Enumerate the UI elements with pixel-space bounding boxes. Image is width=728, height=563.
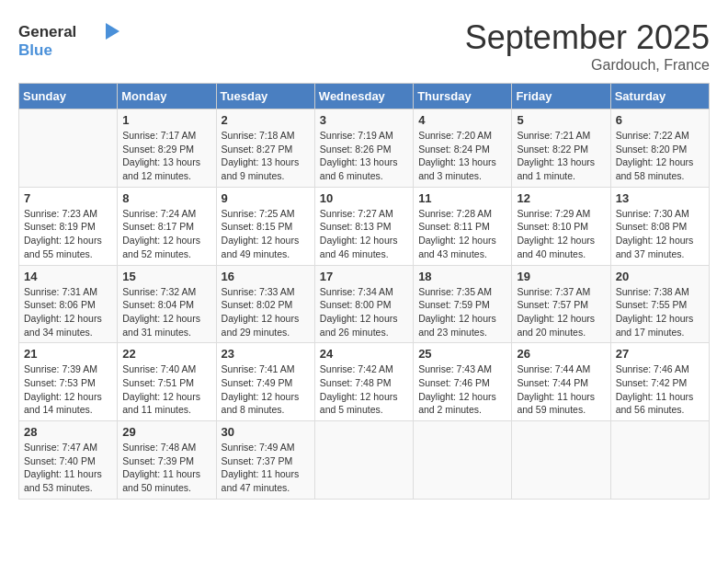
- table-row: 8 Sunrise: 7:24 AMSunset: 8:17 PMDayligh…: [118, 187, 216, 265]
- day-number: 29: [122, 425, 210, 439]
- table-row: [314, 421, 413, 500]
- day-number: 16: [222, 270, 310, 283]
- day-number: 5: [517, 113, 605, 127]
- calendar-week-row: 7 Sunrise: 7:23 AMSunset: 8:19 PMDayligh…: [19, 187, 710, 265]
- table-row: 12 Sunrise: 7:29 AMSunset: 8:10 PMDaylig…: [512, 187, 610, 265]
- calendar-table: Sunday Monday Tuesday Wednesday Thursday…: [18, 83, 710, 500]
- table-row: 19 Sunrise: 7:37 AMSunset: 7:57 PMDaylig…: [512, 265, 610, 343]
- day-info: Sunrise: 7:44 AMSunset: 7:44 PMDaylight:…: [517, 362, 605, 417]
- day-number: 2: [222, 113, 310, 127]
- table-row: 17 Sunrise: 7:34 AMSunset: 8:00 PMDaylig…: [314, 265, 413, 343]
- day-number: 14: [24, 270, 112, 283]
- day-info: Sunrise: 7:49 AMSunset: 7:37 PMDaylight:…: [222, 441, 310, 495]
- day-info: Sunrise: 7:19 AMSunset: 8:26 PMDaylight:…: [320, 129, 408, 183]
- day-number: 30: [222, 425, 310, 439]
- day-info: Sunrise: 7:38 AMSunset: 7:55 PMDaylight:…: [616, 285, 704, 339]
- day-number: 27: [616, 347, 704, 361]
- day-info: Sunrise: 7:43 AMSunset: 7:46 PMDaylight:…: [418, 362, 506, 417]
- col-wednesday: Wednesday: [314, 84, 413, 109]
- table-row: 11 Sunrise: 7:28 AMSunset: 8:11 PMDaylig…: [414, 187, 512, 265]
- logo-svg: General Blue: [18, 18, 119, 60]
- table-row: 6 Sunrise: 7:22 AMSunset: 8:20 PMDayligh…: [610, 109, 709, 188]
- day-number: 13: [616, 191, 704, 205]
- col-monday: Monday: [118, 84, 216, 109]
- table-row: 23 Sunrise: 7:41 AMSunset: 7:49 PMDaylig…: [216, 343, 314, 421]
- day-info: Sunrise: 7:41 AMSunset: 7:49 PMDaylight:…: [222, 362, 310, 417]
- table-row: 18 Sunrise: 7:35 AMSunset: 7:59 PMDaylig…: [414, 265, 512, 343]
- day-number: 7: [24, 191, 112, 205]
- table-row: 15 Sunrise: 7:32 AMSunset: 8:04 PMDaylig…: [118, 265, 216, 343]
- table-row: 26 Sunrise: 7:44 AMSunset: 7:44 PMDaylig…: [512, 343, 610, 421]
- table-row: 14 Sunrise: 7:31 AMSunset: 8:06 PMDaylig…: [19, 265, 118, 343]
- table-row: [512, 421, 610, 500]
- table-row: 28 Sunrise: 7:47 AMSunset: 7:40 PMDaylig…: [19, 421, 118, 500]
- day-info: Sunrise: 7:17 AMSunset: 8:29 PMDaylight:…: [122, 129, 210, 183]
- day-info: Sunrise: 7:18 AMSunset: 8:27 PMDaylight:…: [222, 129, 310, 183]
- day-info: Sunrise: 7:47 AMSunset: 7:40 PMDaylight:…: [24, 441, 112, 495]
- table-row: [610, 421, 709, 500]
- day-info: Sunrise: 7:25 AMSunset: 8:15 PMDaylight:…: [222, 207, 310, 261]
- day-number: 11: [418, 191, 506, 205]
- table-row: 27 Sunrise: 7:46 AMSunset: 7:42 PMDaylig…: [610, 343, 709, 421]
- day-info: Sunrise: 7:30 AMSunset: 8:08 PMDaylight:…: [616, 207, 704, 261]
- day-number: 6: [616, 113, 704, 127]
- day-number: 10: [320, 191, 408, 205]
- page-header: General Blue September 2025 Gardouch, Fr…: [18, 18, 710, 74]
- col-saturday: Saturday: [610, 84, 709, 109]
- logo: General Blue: [18, 18, 119, 60]
- calendar-week-row: 1 Sunrise: 7:17 AMSunset: 8:29 PMDayligh…: [19, 109, 710, 188]
- col-thursday: Thursday: [414, 84, 512, 109]
- table-row: 21 Sunrise: 7:39 AMSunset: 7:53 PMDaylig…: [19, 343, 118, 421]
- day-number: 18: [418, 270, 506, 283]
- table-row: 24 Sunrise: 7:42 AMSunset: 7:48 PMDaylig…: [314, 343, 413, 421]
- day-number: 20: [616, 270, 704, 283]
- table-row: 5 Sunrise: 7:21 AMSunset: 8:22 PMDayligh…: [512, 109, 610, 188]
- day-info: Sunrise: 7:33 AMSunset: 8:02 PMDaylight:…: [222, 285, 310, 339]
- svg-text:Blue: Blue: [18, 41, 52, 59]
- table-row: 20 Sunrise: 7:38 AMSunset: 7:55 PMDaylig…: [610, 265, 709, 343]
- title-block: September 2025 Gardouch, France: [465, 18, 710, 74]
- table-row: [414, 421, 512, 500]
- day-info: Sunrise: 7:31 AMSunset: 8:06 PMDaylight:…: [24, 285, 112, 339]
- table-row: 4 Sunrise: 7:20 AMSunset: 8:24 PMDayligh…: [414, 109, 512, 188]
- table-row: [19, 109, 118, 188]
- day-number: 28: [24, 425, 112, 439]
- day-info: Sunrise: 7:28 AMSunset: 8:11 PMDaylight:…: [418, 207, 506, 261]
- day-number: 8: [122, 191, 210, 205]
- table-row: 16 Sunrise: 7:33 AMSunset: 8:02 PMDaylig…: [216, 265, 314, 343]
- col-tuesday: Tuesday: [216, 84, 314, 109]
- table-row: 1 Sunrise: 7:17 AMSunset: 8:29 PMDayligh…: [118, 109, 216, 188]
- table-row: 3 Sunrise: 7:19 AMSunset: 8:26 PMDayligh…: [314, 109, 413, 188]
- day-info: Sunrise: 7:22 AMSunset: 8:20 PMDaylight:…: [616, 129, 704, 183]
- day-number: 19: [517, 270, 605, 283]
- calendar-header-row: Sunday Monday Tuesday Wednesday Thursday…: [19, 84, 710, 109]
- location-subtitle: Gardouch, France: [465, 57, 710, 74]
- day-info: Sunrise: 7:24 AMSunset: 8:17 PMDaylight:…: [122, 207, 210, 261]
- day-number: 12: [517, 191, 605, 205]
- day-info: Sunrise: 7:39 AMSunset: 7:53 PMDaylight:…: [24, 362, 112, 417]
- day-number: 17: [320, 270, 408, 283]
- day-number: 3: [320, 113, 408, 127]
- calendar-week-row: 21 Sunrise: 7:39 AMSunset: 7:53 PMDaylig…: [19, 343, 710, 421]
- day-info: Sunrise: 7:40 AMSunset: 7:51 PMDaylight:…: [122, 362, 210, 417]
- day-info: Sunrise: 7:27 AMSunset: 8:13 PMDaylight:…: [320, 207, 408, 261]
- day-info: Sunrise: 7:29 AMSunset: 8:10 PMDaylight:…: [517, 207, 605, 261]
- day-number: 22: [122, 347, 210, 361]
- svg-marker-1: [106, 23, 119, 40]
- day-info: Sunrise: 7:23 AMSunset: 8:19 PMDaylight:…: [24, 207, 112, 261]
- table-row: 2 Sunrise: 7:18 AMSunset: 8:27 PMDayligh…: [216, 109, 314, 188]
- table-row: 13 Sunrise: 7:30 AMSunset: 8:08 PMDaylig…: [610, 187, 709, 265]
- day-info: Sunrise: 7:42 AMSunset: 7:48 PMDaylight:…: [320, 362, 408, 417]
- table-row: 29 Sunrise: 7:48 AMSunset: 7:39 PMDaylig…: [118, 421, 216, 500]
- col-sunday: Sunday: [19, 84, 118, 109]
- day-info: Sunrise: 7:48 AMSunset: 7:39 PMDaylight:…: [122, 441, 210, 495]
- day-number: 21: [24, 347, 112, 361]
- day-info: Sunrise: 7:20 AMSunset: 8:24 PMDaylight:…: [418, 129, 506, 183]
- day-number: 23: [222, 347, 310, 361]
- day-info: Sunrise: 7:21 AMSunset: 8:22 PMDaylight:…: [517, 129, 605, 183]
- day-number: 15: [122, 270, 210, 283]
- day-number: 25: [418, 347, 506, 361]
- calendar-week-row: 14 Sunrise: 7:31 AMSunset: 8:06 PMDaylig…: [19, 265, 710, 343]
- day-number: 26: [517, 347, 605, 361]
- table-row: 22 Sunrise: 7:40 AMSunset: 7:51 PMDaylig…: [118, 343, 216, 421]
